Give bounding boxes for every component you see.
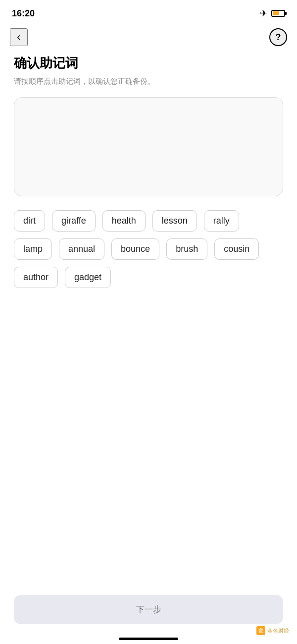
word-chip-rally[interactable]: rally: [204, 210, 239, 232]
word-chip-bounce[interactable]: bounce: [111, 238, 159, 260]
word-chip-cousin[interactable]: cousin: [214, 238, 259, 260]
page-content: 确认助记词 请按顺序点击助记词，以确认您正确备份。: [0, 50, 297, 196]
word-chip-giraffe[interactable]: giraffe: [52, 210, 96, 232]
next-button[interactable]: 下一步: [14, 595, 283, 624]
word-chip-brush[interactable]: brush: [166, 238, 207, 260]
watermark-icon-label: 金: [258, 627, 263, 634]
word-chip-author[interactable]: author: [14, 267, 58, 288]
status-time: 16:20: [12, 8, 35, 19]
word-chip-lesson[interactable]: lesson: [152, 210, 197, 232]
home-indicator: [119, 638, 178, 640]
watermark: 金 金色财经: [256, 626, 289, 635]
word-chip-annual[interactable]: annual: [59, 238, 104, 260]
word-chip-dirt[interactable]: dirt: [14, 210, 45, 232]
word-chip-health[interactable]: health: [102, 210, 146, 232]
selection-area: [14, 97, 283, 196]
status-bar: 16:20 ✈: [0, 0, 297, 25]
back-button[interactable]: ‹: [10, 28, 28, 46]
page-title: 确认助记词: [14, 55, 283, 72]
watermark-brand: 金色财经: [267, 627, 289, 635]
battery-fill: [273, 11, 279, 15]
battery-icon: [271, 10, 285, 17]
status-icons: ✈: [260, 8, 285, 19]
words-container: dirtgiraffehealthlessonrallylampannualbo…: [0, 210, 297, 288]
bottom-area: 下一步: [0, 595, 297, 644]
watermark-icon: 金: [256, 626, 265, 635]
word-chip-gadget[interactable]: gadget: [65, 267, 111, 288]
help-button[interactable]: ?: [269, 28, 287, 46]
nav-bar: ‹ ?: [0, 25, 297, 50]
page-subtitle: 请按顺序点击助记词，以确认您正确备份。: [14, 76, 283, 87]
airplane-icon: ✈: [260, 8, 267, 19]
word-chip-lamp[interactable]: lamp: [14, 238, 52, 260]
